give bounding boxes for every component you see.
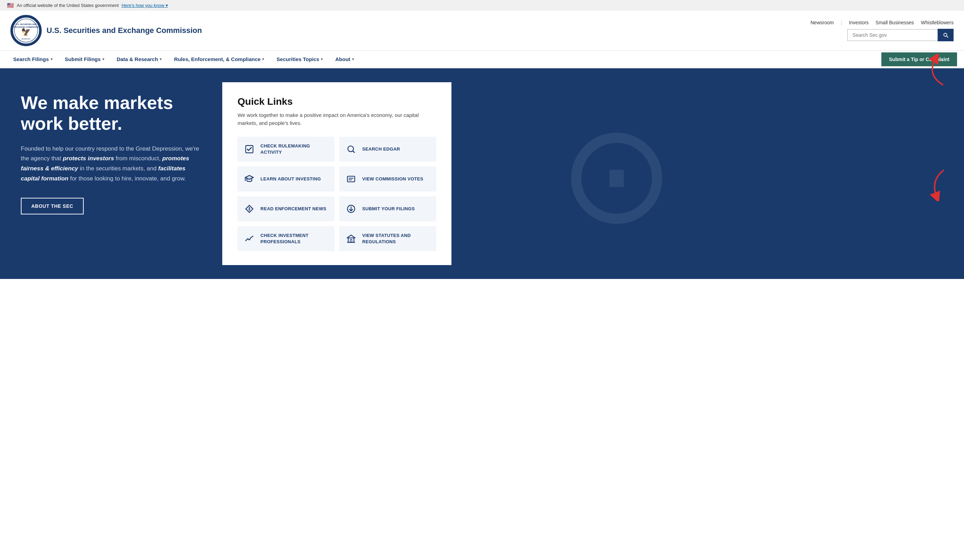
submit-filings-icon <box>345 203 357 215</box>
heres-how-you-know-link[interactable]: Here's how you know ▾ <box>122 3 168 8</box>
nav-items: Search Filings ▾ Submit Filings ▾ Data &… <box>7 51 360 68</box>
small-businesses-link[interactable]: Small Businesses <box>876 20 914 25</box>
about-sec-button[interactable]: ABOUT THE SEC <box>21 198 84 214</box>
ql-statutes-label: VIEW STATUTES AND REGULATIONS <box>362 232 431 245</box>
ql-search-edgar[interactable]: SEARCH EDGAR <box>339 137 436 162</box>
us-flag-icon: 🇺🇸 <box>7 2 14 9</box>
ql-statutes[interactable]: VIEW STATUTES AND REGULATIONS <box>339 226 436 251</box>
ql-submit-filings[interactable]: SUBMIT YOUR FILINGS <box>339 196 436 221</box>
chevron-down-icon: ▾ <box>262 57 264 61</box>
svg-text:🦅: 🦅 <box>21 28 31 37</box>
enforcement-news-icon <box>243 203 256 215</box>
nav-rules-enforcement[interactable]: Rules, Enforcement, & Compliance ▾ <box>168 51 270 68</box>
chevron-down-icon: ▾ <box>352 57 354 61</box>
nav-data-research[interactable]: Data & Research ▾ <box>111 51 168 68</box>
chevron-down-icon: ▾ <box>321 57 322 61</box>
header-right: Newsroom | Investors Small Businesses Wh… <box>811 20 954 41</box>
ql-commission-votes-label: VIEW COMMISSION VOTES <box>362 176 423 182</box>
org-name: U.S. Securities and Exchange Commission <box>47 26 202 36</box>
hero-headline: We make markets work better. <box>21 93 202 134</box>
header-links: Newsroom | Investors Small Businesses Wh… <box>811 20 954 25</box>
divider: | <box>841 20 842 25</box>
quick-links-subtitle: We work together to make a positive impa… <box>238 111 436 127</box>
quick-links-grid: CHECK RULEMAKING ACTIVITY SEARCH EDGAR <box>238 137 436 251</box>
svg-text:MCMXXXIV: MCMXXXIV <box>21 38 31 40</box>
commission-votes-icon <box>345 173 357 185</box>
svg-rect-10 <box>348 176 355 182</box>
ql-enforcement-news-label: READ ENFORCEMENT NEWS <box>261 206 326 212</box>
chevron-down-icon: ▾ <box>160 57 161 61</box>
ql-commission-votes[interactable]: VIEW COMMISSION VOTES <box>339 167 436 192</box>
ql-investment-professionals[interactable]: CHECK INVESTMENT PROFESSIONALS <box>238 226 334 251</box>
tip-complaint-button[interactable]: Submit a Tip or Complaint <box>881 52 957 66</box>
ql-learn-investing-label: LEARN ABOUT INVESTING <box>261 176 321 182</box>
newsroom-link[interactable]: Newsroom <box>811 20 834 25</box>
statutes-icon <box>345 232 357 245</box>
ql-submit-filings-label: SUBMIT YOUR FILINGS <box>362 206 415 212</box>
search-bar <box>847 29 954 41</box>
hero-content: We make markets work better. Founded to … <box>0 68 222 279</box>
ql-learn-investing[interactable]: LEARN ABOUT INVESTING <box>238 167 334 192</box>
quick-links-title: Quick Links <box>238 96 436 107</box>
chevron-down-icon: ▾ <box>166 3 168 8</box>
search-icon <box>943 32 949 38</box>
investment-professionals-icon <box>243 232 256 245</box>
check-rulemaking-icon <box>243 143 256 156</box>
gov-banner: 🇺🇸 An official website of the United Sta… <box>0 0 964 11</box>
nav-securities-topics[interactable]: Securities Topics ▾ <box>270 51 329 68</box>
quick-links-panel: Quick Links We work together to make a p… <box>222 82 451 265</box>
background-seal: ⊙ <box>559 93 675 254</box>
hero-body: Founded to help our country respond to t… <box>21 144 202 184</box>
investors-link[interactable]: Investors <box>849 20 869 25</box>
nav-search-filings[interactable]: Search Filings ▾ <box>7 51 59 68</box>
gov-banner-text: An official website of the United States… <box>17 3 119 8</box>
whistleblowers-link[interactable]: Whistleblowers <box>921 20 954 25</box>
chevron-down-icon: ▾ <box>103 57 104 61</box>
search-button[interactable] <box>938 29 954 41</box>
nav-about[interactable]: About ▾ <box>329 51 360 68</box>
ql-check-rulemaking[interactable]: CHECK RULEMAKING ACTIVITY <box>238 137 334 162</box>
ql-enforcement-news[interactable]: READ ENFORCEMENT NEWS <box>238 196 334 221</box>
search-edgar-icon <box>345 143 357 156</box>
hero-section: ⊙ We make markets work better. Founded t… <box>0 68 964 279</box>
site-header: U.S. SECURITIES AND EXCHANGE COMMISSION … <box>0 11 964 51</box>
nav-submit-filings[interactable]: Submit Filings ▾ <box>59 51 111 68</box>
search-input[interactable] <box>847 29 938 41</box>
chevron-down-icon: ▾ <box>51 57 52 61</box>
learn-investing-icon <box>243 173 256 185</box>
ql-investment-professionals-label: CHECK INVESTMENT PROFESSIONALS <box>261 232 329 245</box>
svg-text:U.S. SECURITIES AND: U.S. SECURITIES AND <box>16 23 36 25</box>
logo-area: U.S. SECURITIES AND EXCHANGE COMMISSION … <box>10 15 202 46</box>
ql-check-rulemaking-label: CHECK RULEMAKING ACTIVITY <box>261 143 329 155</box>
ql-search-edgar-label: SEARCH EDGAR <box>362 146 400 152</box>
svg-rect-12 <box>350 239 352 242</box>
main-nav: Search Filings ▾ Submit Filings ▾ Data &… <box>0 51 964 68</box>
sec-seal: U.S. SECURITIES AND EXCHANGE COMMISSION … <box>10 15 42 46</box>
